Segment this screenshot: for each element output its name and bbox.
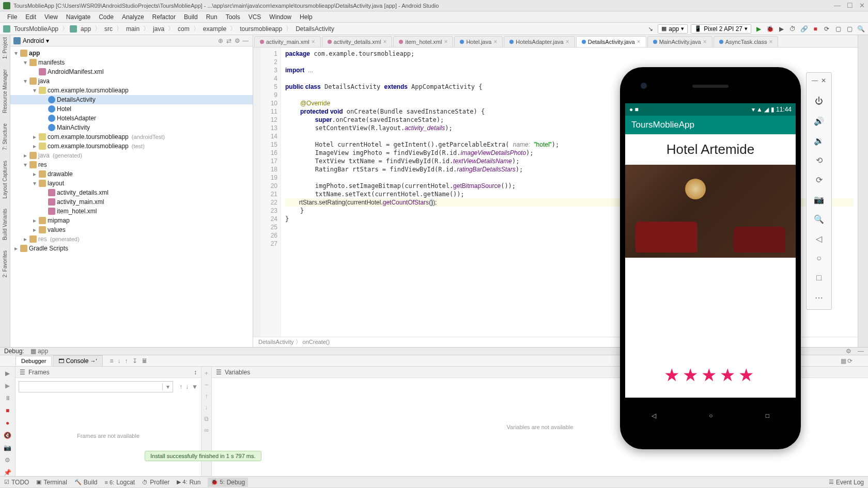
captures-button[interactable]: Layout Captures — [2, 161, 8, 198]
menu-build[interactable]: Build — [180, 12, 202, 22]
minimize-panel-icon[interactable]: — — [858, 348, 864, 355]
menu-file[interactable]: File — [3, 12, 21, 22]
emu-back-icon[interactable]: ◁ — [813, 233, 825, 244]
tree-item[interactable]: MainActivity — [10, 123, 253, 132]
funnel-icon[interactable]: ▼ — [192, 383, 198, 390]
search-icon[interactable]: 🔍 — [857, 25, 865, 33]
emu-close-icon[interactable]: ✕ — [821, 77, 826, 84]
menu-code[interactable]: Code — [95, 12, 118, 22]
rotate-right-icon[interactable]: ⟳ — [813, 174, 825, 185]
evaluate-icon[interactable]: 🖩 — [142, 357, 148, 365]
more-icon[interactable]: ⋯ — [813, 292, 825, 303]
tool-run[interactable]: ▶ 4: Run — [177, 479, 200, 486]
profile-icon[interactable]: ⏱ — [788, 25, 797, 33]
editor-tab[interactable]: AsyncTask.class × — [714, 36, 779, 47]
tree-item[interactable]: ▾java — [10, 76, 253, 86]
menu-edit[interactable]: Edit — [21, 12, 40, 22]
phone-screen[interactable]: ● ■ ▾ ▲ ◢ ▮ 11:44 ToursMoblieApp Hotel A… — [625, 103, 796, 398]
editor-tab[interactable]: activity_details.xml × — [322, 36, 393, 47]
expand-icon[interactable]: ⇄ — [225, 37, 233, 45]
settings-icon[interactable]: ⚙ — [233, 37, 241, 45]
tree-item[interactable]: activity_details.xml — [10, 188, 253, 197]
volume-down-icon[interactable]: 🔉 — [813, 135, 825, 146]
editor-tab[interactable]: item_hotel.xml × — [393, 36, 453, 47]
crumb[interactable]: java — [151, 25, 166, 33]
prev-frame-icon[interactable]: ↑ — [179, 383, 182, 390]
avd-icon[interactable]: ▢ — [834, 25, 842, 33]
back-icon[interactable]: ◁ — [652, 412, 656, 419]
tool-build[interactable]: 🔨 Build — [74, 479, 98, 486]
pin-icon[interactable]: 📌 — [4, 469, 11, 476]
crumb[interactable]: main — [124, 25, 142, 33]
tree-item[interactable]: ▸drawable — [10, 169, 253, 179]
editor-tab[interactable]: MainActivity.java × — [647, 36, 712, 47]
run-config-combo[interactable]: ▦ app ▾ — [658, 24, 688, 34]
menu-vcs[interactable]: VCS — [244, 12, 266, 22]
gear-icon[interactable]: ⚙ — [846, 348, 851, 355]
tool-todo[interactable]: ☑ TODO — [4, 479, 29, 486]
editor-tab[interactable]: Hotel.java × — [454, 36, 503, 47]
breakpoints-icon[interactable]: ● — [6, 419, 9, 427]
tree-item[interactable]: ▾layout — [10, 179, 253, 188]
menu-analyze[interactable]: Analyze — [118, 12, 148, 22]
screenshot-icon[interactable]: 📷 — [813, 194, 825, 205]
tool-event-log[interactable]: ☰ Event Log — [829, 479, 864, 486]
close-button[interactable]: ✕ — [859, 2, 865, 9]
power-icon[interactable]: ⏻ — [813, 96, 825, 107]
crumb[interactable]: ToursMoblieApp — [12, 25, 60, 33]
tool-logcat[interactable]: ≡ 6: Logcat — [105, 479, 135, 486]
tree-item[interactable]: ▾res — [10, 160, 253, 169]
device-combo[interactable]: 📱 Pixel 2 API 27 ▾ — [691, 24, 751, 34]
crumb[interactable]: DetailsActivity — [293, 25, 336, 33]
menu-view[interactable]: View — [40, 12, 62, 22]
build-variants-button[interactable]: Build Variants — [2, 209, 8, 240]
settings-icon[interactable]: ⚙ — [5, 456, 10, 464]
crumb[interactable]: example — [201, 25, 228, 33]
recents-icon[interactable]: □ — [766, 412, 769, 419]
step-into-icon[interactable]: ↓ — [118, 357, 121, 365]
emu-home-icon[interactable]: ○ — [813, 253, 825, 264]
volume-up-icon[interactable]: 🔊 — [813, 115, 825, 127]
menu-run[interactable]: Run — [202, 12, 222, 22]
favorites-button[interactable]: 2: Favorites — [2, 250, 8, 277]
tab-debugger[interactable]: Debugger — [16, 356, 52, 366]
filter-icon[interactable]: ↕ — [194, 369, 197, 376]
back-nav-icon[interactable]: ↘ — [646, 25, 655, 33]
emu-overview-icon[interactable]: □ — [813, 272, 825, 284]
step-over-icon[interactable]: ≡ — [110, 357, 114, 365]
hide-icon[interactable]: — — [241, 37, 250, 45]
thread-selector[interactable]: ▾ — [19, 381, 173, 392]
tool-profiler[interactable]: ⏱ Profiler — [142, 479, 169, 486]
sync-icon[interactable]: ⟳ — [823, 25, 831, 33]
crumb[interactable]: src — [102, 25, 115, 33]
tree-item[interactable]: ▸com.example.toursmoblieapp(test) — [10, 141, 253, 151]
android-navbar[interactable]: ◁ ○ □ — [625, 408, 796, 423]
run-to-cursor-icon[interactable]: ↧ — [132, 357, 137, 365]
mute-icon[interactable]: 🔇 — [4, 432, 11, 439]
tool-terminal[interactable]: ▣ Terminal — [36, 479, 67, 486]
crumb[interactable]: toursmoblieapp — [238, 25, 284, 33]
stop-icon[interactable]: ■ — [811, 25, 819, 33]
stop-icon[interactable]: ■ — [6, 407, 9, 414]
tab-console[interactable]: 🗔 Console →' — [53, 355, 102, 366]
zoom-icon[interactable]: 🔍 — [813, 213, 825, 225]
next-frame-icon[interactable]: ↓ — [185, 383, 189, 390]
sdk-icon[interactable]: ▢ — [845, 25, 854, 33]
restore-icon[interactable]: ⟳ — [847, 357, 853, 365]
tree-item[interactable]: AndroidManifest.xml — [10, 67, 253, 76]
editor-tab[interactable]: activity_main.xml × — [254, 36, 321, 47]
tree-item[interactable]: ▸java(generated) — [10, 151, 253, 160]
minimize-button[interactable]: — — [834, 2, 841, 9]
resume-icon[interactable]: ▶ — [5, 382, 10, 389]
tree-item[interactable]: ▾manifests — [10, 58, 253, 67]
coverage-icon[interactable]: ▶ — [777, 25, 785, 33]
menu-navigate[interactable]: Navigate — [62, 12, 95, 22]
tree-item[interactable]: Hotel — [10, 104, 253, 114]
run-icon[interactable]: ▶ — [754, 25, 763, 33]
structure-button[interactable]: 7: Structure — [2, 123, 8, 150]
project-tree[interactable]: ▾app ▾manifestsAndroidManifest.xml▾java▾… — [10, 46, 253, 347]
resource-manager-button[interactable]: Resource Manager — [2, 69, 8, 113]
project-view-selector[interactable]: Android ▾ — [13, 37, 49, 44]
debug-icon[interactable]: 🐞 — [766, 25, 774, 33]
attach-debugger-icon[interactable]: 🔗 — [800, 25, 808, 33]
